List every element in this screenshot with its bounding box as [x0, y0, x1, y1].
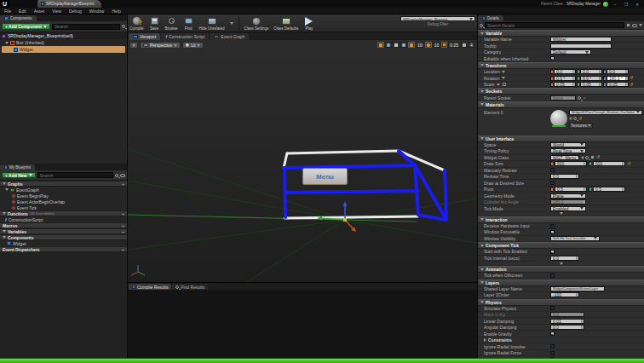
blueprint-document-tab[interactable]: SRDisplayManagerBlueprint — [37, 0, 101, 8]
viewport-3d[interactable]: Perspective Lit 10 10 0.25 — [128, 40, 477, 282]
tab-event-graph[interactable]: Event Graph — [210, 33, 249, 40]
draw-at-desired-size-checkbox[interactable] — [550, 181, 555, 185]
add-component-button[interactable]: + Add Component — [2, 23, 50, 30]
menu-file[interactable]: File — [4, 9, 11, 14]
eventgraph-item[interactable]: EventGraph — [0, 187, 127, 193]
debug-filter-dropdown[interactable]: SRDisplayManager_Blueprint — [400, 16, 475, 21]
widget-variable-item[interactable]: Widget — [0, 240, 127, 246]
browse-button[interactable]: Browse — [165, 15, 178, 31]
expander-icon[interactable] — [5, 42, 9, 44]
redraw-time-field[interactable]: 0.0 — [550, 174, 579, 179]
tick-mode-dropdown[interactable]: Enabled — [550, 206, 586, 211]
add-dispatcher-button[interactable]: + — [122, 247, 124, 252]
tab-viewport[interactable]: Viewport — [129, 33, 160, 40]
reset-to-default-icon[interactable]: ↺ — [596, 155, 600, 159]
section-user-interface[interactable]: User Interface — [478, 135, 644, 142]
details-scroll[interactable]: Variable Variable Name Tooltip Category … — [478, 30, 644, 363]
close-button[interactable]: ✕ — [633, 2, 641, 7]
section-physics[interactable]: Physics — [478, 299, 644, 306]
menu-view[interactable]: View — [52, 9, 61, 14]
my-blueprint-tab[interactable]: My Blueprint — [0, 164, 35, 170]
grid-snap-toggle[interactable] — [408, 42, 415, 48]
compile-button[interactable]: ? Compile — [129, 15, 144, 31]
tick-interval-field[interactable]: 0.0 — [550, 256, 579, 261]
reset-to-default-icon[interactable]: ↺ — [578, 117, 582, 121]
menu-debug[interactable]: Debug — [69, 9, 82, 14]
play-button[interactable]: Play — [303, 15, 314, 31]
tab-compile-results[interactable]: Compile Results — [129, 284, 171, 290]
material-dropdown[interactable]: Widget3DPassThrough_Masked_OneSided — [569, 110, 642, 115]
add-macro-button[interactable]: + — [122, 223, 124, 228]
tree-row-root[interactable]: SRDisplayManager_Blueprint(self) — [0, 32, 127, 39]
menu-asset[interactable]: Asset — [34, 9, 45, 14]
enable-gravity-checkbox[interactable] — [550, 331, 555, 336]
menu-help[interactable]: Help — [112, 9, 120, 14]
components-search-input[interactable] — [52, 24, 120, 30]
variables-section-header[interactable]: Variables + — [0, 228, 127, 234]
pivot-x-field[interactable]: 0.5 — [555, 187, 587, 192]
section-sockets[interactable]: Sockets — [478, 88, 644, 95]
scale-snap-toggle[interactable] — [441, 42, 447, 48]
simulate-physics-checkbox[interactable] — [550, 306, 555, 310]
draw-size-y-field[interactable]: 500 — [593, 161, 625, 166]
world-local-toggle[interactable] — [400, 42, 407, 48]
components-section-header[interactable]: Components — [0, 234, 127, 240]
event-tick-item[interactable]: Event Tick — [0, 205, 127, 210]
details-search-input[interactable] — [485, 22, 624, 28]
class-settings-button[interactable]: Class Settings — [244, 15, 269, 31]
reset-to-default-icon[interactable]: ↺ — [630, 76, 633, 80]
camera-speed-value[interactable]: 4 — [469, 42, 474, 48]
editable-when-inherited-checkbox[interactable] — [550, 56, 555, 60]
add-variable-button[interactable]: + — [122, 229, 124, 234]
hide-unrelated-options-icon[interactable] — [230, 22, 233, 25]
tab-construction-script[interactable]: f Construction Script — [161, 33, 209, 40]
linear-damping-field[interactable]: 0.01 — [550, 319, 584, 324]
tree-row-box[interactable]: Box (Inherited) — [0, 39, 127, 46]
section-interaction[interactable]: Interaction — [478, 216, 644, 223]
minimize-button[interactable]: – — [611, 2, 619, 7]
lock-icon[interactable] — [503, 83, 506, 86]
lit-mode-button[interactable]: Lit — [182, 42, 204, 49]
viewport-options-button[interactable] — [129, 42, 138, 49]
clear-socket-icon[interactable]: ✕ — [583, 95, 586, 101]
ignore-radial-force-checkbox[interactable] — [550, 351, 555, 355]
browse-asset-icon[interactable] — [573, 117, 577, 120]
save-button[interactable]: Save — [149, 15, 160, 31]
class-defaults-button[interactable]: Class Defaults — [273, 15, 298, 31]
tooltip-input[interactable] — [550, 43, 612, 49]
camera-speed-button[interactable] — [461, 42, 468, 48]
window-visibility-dropdown[interactable]: Self Hit Test Invisible — [550, 236, 600, 241]
view-options-eye-icon[interactable] — [632, 24, 637, 27]
manually-redraw-checkbox[interactable] — [550, 168, 555, 172]
section-animation[interactable]: Animation — [478, 266, 644, 273]
section-transform[interactable]: Transform — [478, 62, 644, 69]
menu-edit[interactable]: Edit — [19, 9, 26, 14]
my-blueprint-search-input[interactable] — [37, 172, 113, 178]
draw-size-x-field[interactable]: 500 — [555, 161, 587, 166]
tree-row-widget-selected[interactable]: Widget — [2, 46, 125, 53]
section-layers[interactable]: Layers — [478, 279, 644, 286]
rotate-tool-button[interactable] — [385, 42, 392, 48]
add-new-button[interactable]: + Add New — [2, 172, 36, 178]
location-z-field[interactable]: 0.0 — [607, 69, 629, 74]
scale-y-field[interactable]: 0.05 — [580, 82, 602, 87]
maximize-button[interactable]: ❐ — [622, 2, 630, 7]
parent-socket-field[interactable]: None — [550, 95, 576, 101]
tab-find-results[interactable]: Find Results — [172, 284, 208, 290]
hide-unrelated-button[interactable]: Hide Unrelated — [199, 15, 225, 31]
category-dropdown[interactable]: Default — [550, 49, 591, 55]
material-thumbnail[interactable] — [550, 110, 567, 127]
angular-damping-field[interactable]: 0.0 — [550, 325, 584, 330]
menu-widget-button[interactable]: Menu — [302, 168, 348, 185]
scale-z-field[interactable]: 0.05 — [607, 82, 629, 87]
variable-name-input[interactable] — [550, 37, 612, 42]
rotation-snap-toggle[interactable] — [425, 42, 432, 48]
browse-asset-icon[interactable] — [585, 156, 589, 159]
textures-dropdown-button[interactable]: Textures — [569, 123, 593, 129]
pivot-y-field[interactable]: 0.5 — [593, 187, 625, 192]
details-tab[interactable]: Details — [478, 15, 503, 21]
scale-x-field[interactable]: 0.05 — [554, 82, 576, 87]
use-selected-asset-icon[interactable] — [581, 156, 584, 159]
section-materials[interactable]: Materials — [478, 101, 644, 108]
section-variable[interactable]: Variable — [478, 30, 644, 37]
